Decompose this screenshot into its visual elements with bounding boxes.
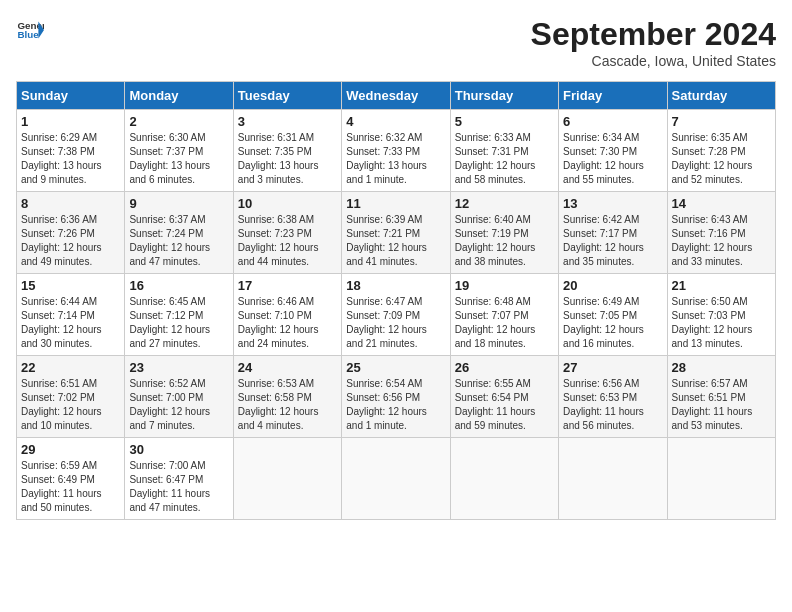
day-number: 18 [346,278,445,293]
day-number: 12 [455,196,554,211]
empty-cell [667,438,775,520]
day-info: Sunrise: 6:57 AMSunset: 6:51 PMDaylight:… [672,378,753,431]
day-cell-11: 11 Sunrise: 6:39 AMSunset: 7:21 PMDaylig… [342,192,450,274]
week-row-3: 15 Sunrise: 6:44 AMSunset: 7:14 PMDaylig… [17,274,776,356]
day-info: Sunrise: 6:42 AMSunset: 7:17 PMDaylight:… [563,214,644,267]
day-info: Sunrise: 6:52 AMSunset: 7:00 PMDaylight:… [129,378,210,431]
day-number: 28 [672,360,771,375]
page-header: General Blue September 2024 Cascade, Iow… [16,16,776,69]
day-cell-2: 2 Sunrise: 6:30 AMSunset: 7:37 PMDayligh… [125,110,233,192]
day-number: 27 [563,360,662,375]
day-info: Sunrise: 6:55 AMSunset: 6:54 PMDaylight:… [455,378,536,431]
day-cell-5: 5 Sunrise: 6:33 AMSunset: 7:31 PMDayligh… [450,110,558,192]
day-cell-12: 12 Sunrise: 6:40 AMSunset: 7:19 PMDaylig… [450,192,558,274]
day-info: Sunrise: 6:32 AMSunset: 7:33 PMDaylight:… [346,132,427,185]
day-number: 25 [346,360,445,375]
day-number: 6 [563,114,662,129]
day-cell-15: 15 Sunrise: 6:44 AMSunset: 7:14 PMDaylig… [17,274,125,356]
day-info: Sunrise: 6:43 AMSunset: 7:16 PMDaylight:… [672,214,753,267]
day-number: 17 [238,278,337,293]
day-info: Sunrise: 6:44 AMSunset: 7:14 PMDaylight:… [21,296,102,349]
week-row-5: 29 Sunrise: 6:59 AMSunset: 6:49 PMDaylig… [17,438,776,520]
header-saturday: Saturday [667,82,775,110]
day-info: Sunrise: 6:53 AMSunset: 6:58 PMDaylight:… [238,378,319,431]
svg-text:Blue: Blue [17,29,39,40]
day-cell-28: 28 Sunrise: 6:57 AMSunset: 6:51 PMDaylig… [667,356,775,438]
day-info: Sunrise: 7:00 AMSunset: 6:47 PMDaylight:… [129,460,210,513]
day-cell-22: 22 Sunrise: 6:51 AMSunset: 7:02 PMDaylig… [17,356,125,438]
day-number: 14 [672,196,771,211]
day-cell-1: 1 Sunrise: 6:29 AMSunset: 7:38 PMDayligh… [17,110,125,192]
month-title: September 2024 [531,16,776,53]
day-info: Sunrise: 6:38 AMSunset: 7:23 PMDaylight:… [238,214,319,267]
day-info: Sunrise: 6:39 AMSunset: 7:21 PMDaylight:… [346,214,427,267]
day-info: Sunrise: 6:35 AMSunset: 7:28 PMDaylight:… [672,132,753,185]
day-cell-18: 18 Sunrise: 6:47 AMSunset: 7:09 PMDaylig… [342,274,450,356]
empty-cell [342,438,450,520]
day-cell-4: 4 Sunrise: 6:32 AMSunset: 7:33 PMDayligh… [342,110,450,192]
day-cell-3: 3 Sunrise: 6:31 AMSunset: 7:35 PMDayligh… [233,110,341,192]
title-area: September 2024 Cascade, Iowa, United Sta… [531,16,776,69]
day-number: 20 [563,278,662,293]
day-cell-7: 7 Sunrise: 6:35 AMSunset: 7:28 PMDayligh… [667,110,775,192]
day-number: 30 [129,442,228,457]
calendar-header-row: SundayMondayTuesdayWednesdayThursdayFrid… [17,82,776,110]
day-info: Sunrise: 6:59 AMSunset: 6:49 PMDaylight:… [21,460,102,513]
day-cell-10: 10 Sunrise: 6:38 AMSunset: 7:23 PMDaylig… [233,192,341,274]
week-row-2: 8 Sunrise: 6:36 AMSunset: 7:26 PMDayligh… [17,192,776,274]
day-info: Sunrise: 6:45 AMSunset: 7:12 PMDaylight:… [129,296,210,349]
day-number: 8 [21,196,120,211]
day-cell-27: 27 Sunrise: 6:56 AMSunset: 6:53 PMDaylig… [559,356,667,438]
day-info: Sunrise: 6:29 AMSunset: 7:38 PMDaylight:… [21,132,102,185]
day-info: Sunrise: 6:34 AMSunset: 7:30 PMDaylight:… [563,132,644,185]
day-cell-19: 19 Sunrise: 6:48 AMSunset: 7:07 PMDaylig… [450,274,558,356]
day-info: Sunrise: 6:33 AMSunset: 7:31 PMDaylight:… [455,132,536,185]
day-cell-26: 26 Sunrise: 6:55 AMSunset: 6:54 PMDaylig… [450,356,558,438]
day-cell-13: 13 Sunrise: 6:42 AMSunset: 7:17 PMDaylig… [559,192,667,274]
day-number: 11 [346,196,445,211]
day-cell-9: 9 Sunrise: 6:37 AMSunset: 7:24 PMDayligh… [125,192,233,274]
day-number: 26 [455,360,554,375]
header-wednesday: Wednesday [342,82,450,110]
empty-cell [450,438,558,520]
day-cell-6: 6 Sunrise: 6:34 AMSunset: 7:30 PMDayligh… [559,110,667,192]
location: Cascade, Iowa, United States [531,53,776,69]
logo-icon: General Blue [16,16,44,44]
day-cell-25: 25 Sunrise: 6:54 AMSunset: 6:56 PMDaylig… [342,356,450,438]
day-cell-29: 29 Sunrise: 6:59 AMSunset: 6:49 PMDaylig… [17,438,125,520]
day-info: Sunrise: 6:46 AMSunset: 7:10 PMDaylight:… [238,296,319,349]
week-row-4: 22 Sunrise: 6:51 AMSunset: 7:02 PMDaylig… [17,356,776,438]
day-number: 29 [21,442,120,457]
day-info: Sunrise: 6:49 AMSunset: 7:05 PMDaylight:… [563,296,644,349]
day-number: 7 [672,114,771,129]
day-number: 15 [21,278,120,293]
day-info: Sunrise: 6:56 AMSunset: 6:53 PMDaylight:… [563,378,644,431]
day-number: 3 [238,114,337,129]
day-cell-14: 14 Sunrise: 6:43 AMSunset: 7:16 PMDaylig… [667,192,775,274]
day-number: 19 [455,278,554,293]
day-info: Sunrise: 6:30 AMSunset: 7:37 PMDaylight:… [129,132,210,185]
day-info: Sunrise: 6:40 AMSunset: 7:19 PMDaylight:… [455,214,536,267]
header-thursday: Thursday [450,82,558,110]
day-number: 10 [238,196,337,211]
day-info: Sunrise: 6:47 AMSunset: 7:09 PMDaylight:… [346,296,427,349]
header-tuesday: Tuesday [233,82,341,110]
day-info: Sunrise: 6:36 AMSunset: 7:26 PMDaylight:… [21,214,102,267]
day-cell-20: 20 Sunrise: 6:49 AMSunset: 7:05 PMDaylig… [559,274,667,356]
header-friday: Friday [559,82,667,110]
day-info: Sunrise: 6:31 AMSunset: 7:35 PMDaylight:… [238,132,319,185]
logo: General Blue [16,16,44,44]
empty-cell [233,438,341,520]
day-number: 2 [129,114,228,129]
day-info: Sunrise: 6:50 AMSunset: 7:03 PMDaylight:… [672,296,753,349]
day-cell-8: 8 Sunrise: 6:36 AMSunset: 7:26 PMDayligh… [17,192,125,274]
day-info: Sunrise: 6:51 AMSunset: 7:02 PMDaylight:… [21,378,102,431]
empty-cell [559,438,667,520]
day-number: 13 [563,196,662,211]
day-number: 24 [238,360,337,375]
day-number: 9 [129,196,228,211]
day-number: 5 [455,114,554,129]
header-sunday: Sunday [17,82,125,110]
day-cell-24: 24 Sunrise: 6:53 AMSunset: 6:58 PMDaylig… [233,356,341,438]
day-number: 16 [129,278,228,293]
